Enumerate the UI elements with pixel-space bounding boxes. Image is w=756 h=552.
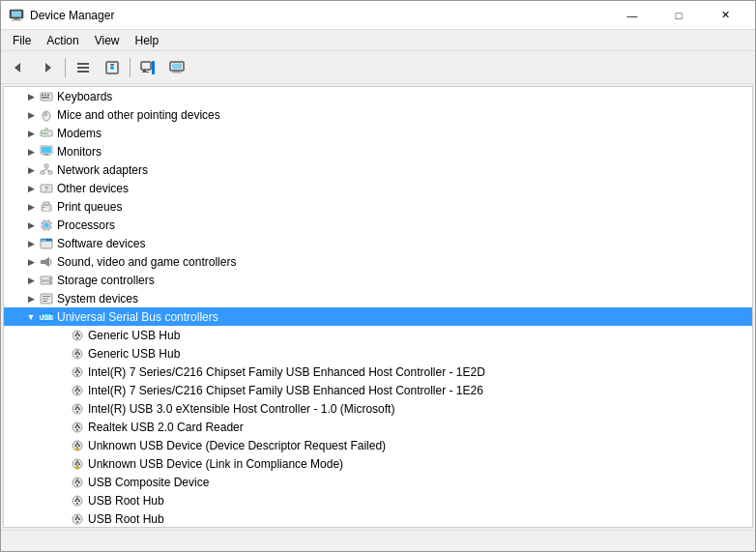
- sound-icon: [39, 254, 54, 270]
- expand-processors[interactable]: ▶: [23, 218, 39, 233]
- generic2-label: Generic USB Hub: [88, 347, 180, 361]
- expand-mice[interactable]: ▶: [23, 107, 39, 123]
- svg-rect-12: [141, 62, 151, 70]
- tree-item-storage[interactable]: ▶ Storage controllers: [4, 271, 752, 289]
- usb-device-icon-2: [70, 346, 85, 362]
- roothub1-label: USB Root Hub: [88, 494, 164, 508]
- tree-item-network[interactable]: ▶ Network adapters: [4, 160, 752, 179]
- generic1-label: Generic USB Hub: [88, 329, 180, 342]
- svg-line-33: [46, 128, 48, 131]
- storage-label: Storage controllers: [57, 274, 155, 287]
- tree-item-processors[interactable]: ▶ Processors: [4, 216, 752, 234]
- tree-item-realtek[interactable]: ▶ Realtek USB 2.0 Card Reader: [4, 418, 752, 436]
- forward-button[interactable]: [34, 55, 61, 80]
- expand-print[interactable]: ▶: [23, 199, 39, 215]
- svg-point-29: [42, 132, 44, 134]
- tree-item-keyboards[interactable]: ▶ Keyboards: [4, 87, 752, 105]
- other-label: Other devices: [57, 182, 129, 195]
- svg-rect-72: [43, 298, 48, 299]
- tree-item-software[interactable]: ▶ Software devices: [4, 234, 752, 252]
- svg-rect-36: [44, 154, 48, 155]
- window-title: Device Manager: [30, 9, 114, 22]
- svg-rect-155: [78, 518, 80, 520]
- expand-modems[interactable]: ▶: [23, 126, 39, 141]
- svg-rect-117: [76, 429, 78, 431]
- storage-icon: [39, 273, 54, 288]
- expand-monitors[interactable]: ▶: [23, 144, 39, 160]
- svg-rect-8: [77, 71, 89, 73]
- intel3-label: Intel(R) USB 3.0 eXtensible Host Control…: [88, 402, 394, 416]
- svg-rect-17: [172, 63, 182, 69]
- realtek-icon: [70, 420, 85, 435]
- back-button[interactable]: [5, 55, 32, 80]
- tree-item-monitors[interactable]: ▶ Monitors: [4, 142, 752, 160]
- toolbar: [1, 51, 755, 84]
- tree-item-composite[interactable]: ▶ USB Composite Device: [4, 473, 752, 491]
- close-button[interactable]: ✕: [703, 1, 747, 30]
- svg-point-63: [44, 239, 46, 241]
- content-area: ▶ Keyboards ▶ Mice and other pointing de…: [1, 84, 755, 530]
- warning1-icon: !: [70, 438, 85, 453]
- tree-item-roothub2[interactable]: ▶ USB Root Hub: [4, 509, 752, 528]
- svg-rect-21: [42, 94, 44, 96]
- expand-network[interactable]: ▶: [23, 162, 39, 178]
- svg-line-43: [46, 169, 50, 171]
- tree-item-usb[interactable]: ▼ USB Universal Serial Bus controllers: [4, 307, 752, 326]
- menu-file[interactable]: File: [5, 32, 39, 49]
- composite-label: USB Composite Device: [88, 476, 209, 489]
- processors-label: Processors: [57, 218, 115, 232]
- svg-rect-115: [75, 426, 77, 428]
- expand-keyboards[interactable]: ▶: [23, 89, 39, 104]
- tree-item-intel3[interactable]: ▶ Intel(R) USB 3.0 eXtensible Host Contr…: [4, 399, 752, 418]
- properties-list-button[interactable]: [70, 55, 97, 80]
- device-tree[interactable]: ▶ Keyboards ▶ Mice and other pointing de…: [3, 86, 753, 528]
- svg-rect-142: [76, 484, 78, 486]
- expand-storage[interactable]: ▶: [23, 273, 39, 288]
- expand-sound[interactable]: ▶: [23, 254, 39, 270]
- minimize-button[interactable]: —: [610, 1, 654, 30]
- tree-item-generic1[interactable]: ▶ Generic USB Hub: [4, 326, 752, 344]
- svg-rect-73: [43, 301, 47, 302]
- properties-button[interactable]: [99, 55, 126, 80]
- tree-item-intel2[interactable]: ▶ Intel(R) 7 Series/C216 Chipset Family …: [4, 381, 752, 399]
- composite-icon: [70, 475, 85, 490]
- menu-view[interactable]: View: [87, 32, 128, 49]
- tree-item-generic2[interactable]: ▶ Generic USB Hub: [4, 344, 752, 363]
- svg-point-31: [46, 132, 48, 134]
- modems-label: Modems: [57, 127, 102, 140]
- monitors-label: Monitors: [57, 145, 102, 159]
- svg-rect-49: [43, 207, 44, 208]
- tree-item-print[interactable]: ▶ Print queues: [4, 197, 752, 216]
- monitor-button[interactable]: [163, 55, 190, 80]
- print-label: Print queues: [57, 200, 122, 214]
- warning2-icon: !: [70, 456, 85, 472]
- expand-system[interactable]: ▶: [23, 291, 39, 306]
- menu-action[interactable]: Action: [39, 32, 86, 49]
- svg-rect-51: [44, 222, 49, 227]
- svg-marker-5: [45, 63, 51, 73]
- intel3-icon: [70, 401, 85, 417]
- expand-software[interactable]: ▶: [23, 236, 39, 251]
- tree-item-unknown2[interactable]: ▶ ! Unknown USB Device (Link in Complian…: [4, 454, 752, 473]
- scan-button[interactable]: [134, 55, 161, 80]
- tree-item-other[interactable]: ▶ ? Other devices: [4, 179, 752, 197]
- tree-item-system[interactable]: ▶ System devices: [4, 289, 752, 307]
- svg-rect-7: [77, 67, 89, 69]
- maximize-button[interactable]: □: [656, 1, 701, 30]
- tree-item-mice[interactable]: ▶ Mice and other pointing devices: [4, 105, 752, 124]
- network-label: Network adapters: [57, 163, 148, 177]
- tree-item-intel1[interactable]: ▶ Intel(R) 7 Series/C216 Chipset Family …: [4, 363, 752, 381]
- expand-other[interactable]: ▶: [23, 181, 39, 196]
- tree-item-roothub1[interactable]: ▶ USB Root Hub: [4, 491, 752, 509]
- tree-item-modems[interactable]: ▶ Modems: [4, 124, 752, 142]
- svg-marker-65: [44, 257, 49, 267]
- svg-rect-101: [75, 390, 77, 392]
- intel1-label: Intel(R) 7 Series/C216 Chipset Family US…: [88, 365, 485, 379]
- svg-text:?: ?: [44, 185, 48, 191]
- menu-help[interactable]: Help: [128, 32, 167, 49]
- svg-line-32: [44, 128, 46, 131]
- tree-item-sound[interactable]: ▶ Sound, video and game controllers: [4, 252, 752, 271]
- expand-usb[interactable]: ▼: [23, 309, 39, 325]
- svg-point-69: [49, 281, 51, 283]
- tree-item-unknown1[interactable]: ▶ ! Unknown USB Device (Device Descripto…: [4, 436, 752, 454]
